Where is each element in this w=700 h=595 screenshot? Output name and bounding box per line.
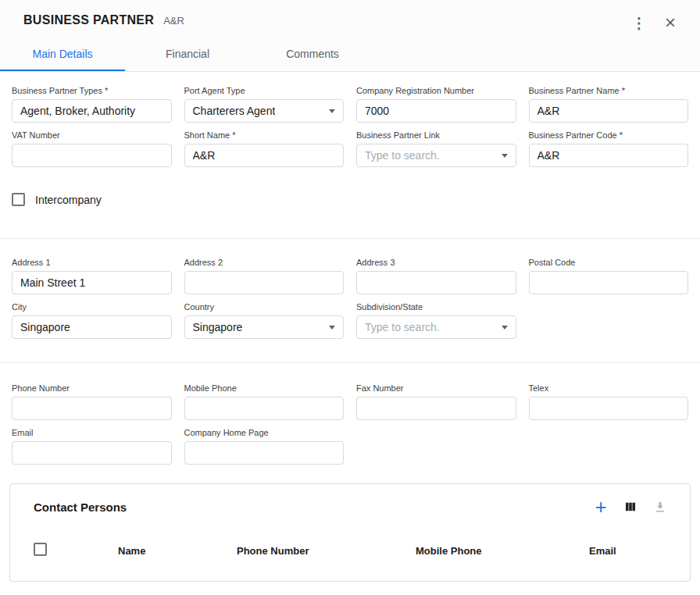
field-vat-number: VAT Number: [12, 130, 172, 167]
field-address-2: Address 2: [184, 258, 345, 294]
field-label: Address 2: [184, 258, 345, 267]
dialog-header: BUSINESS PARTNER A&R ⋮ × Main Details Fi…: [0, 0, 700, 72]
mobile-phone-input[interactable]: [184, 397, 345, 420]
country-select[interactable]: Singapore: [184, 315, 345, 339]
business-partner-link-select[interactable]: Type to search.: [356, 144, 516, 167]
short-name-input[interactable]: [184, 144, 345, 167]
field-label: Phone Number: [12, 383, 172, 393]
field-label: Business Partner Link: [356, 130, 516, 140]
tab-bar: Main Details Financial Comments: [0, 38, 700, 71]
field-city: City: [12, 302, 172, 339]
close-icon[interactable]: ×: [661, 13, 680, 32]
select-value: Singapore: [193, 321, 243, 333]
company-home-page-input[interactable]: [184, 441, 345, 465]
fax-number-input[interactable]: [356, 397, 516, 420]
field-address-1: Address 1: [12, 258, 172, 294]
add-contact-button[interactable]: +: [591, 497, 610, 516]
subdivision-state-select[interactable]: Type to search.: [356, 315, 516, 339]
field-label: Company Registration Number: [356, 86, 516, 95]
field-label: Mobile Phone: [184, 383, 345, 393]
field-short-name: Short Name *: [184, 130, 345, 167]
column-header-email: Email: [589, 545, 690, 557]
email-input[interactable]: [12, 441, 172, 465]
company-registration-number-input[interactable]: [356, 99, 516, 123]
chevron-down-icon: [329, 109, 335, 113]
field-email: Email: [12, 428, 172, 465]
form-row: Email Company Home Page: [12, 428, 688, 465]
field-subdivision-state: Subdivision/State Type to search.: [356, 302, 516, 339]
field-label: Business Partner Types *: [12, 86, 172, 95]
select-all-checkbox[interactable]: [34, 543, 47, 556]
field-business-partner-link: Business Partner Link Type to search.: [356, 130, 516, 167]
download-icon: [653, 500, 667, 514]
city-input[interactable]: [12, 315, 172, 339]
select-value: Charterers Agent: [193, 105, 276, 117]
intercompany-checkbox-row[interactable]: Intercompany: [12, 193, 688, 206]
chevron-down-icon: [502, 154, 508, 158]
page-subtitle: A&R: [163, 15, 184, 27]
tab-main-details[interactable]: Main Details: [0, 38, 125, 71]
main-details-form: Business Partner Types * Port Agent Type…: [0, 72, 700, 465]
column-header-name: Name: [118, 545, 237, 557]
field-port-agent-type: Port Agent Type Charterers Agent: [184, 86, 345, 123]
postal-code-input[interactable]: [529, 271, 689, 294]
field-mobile-phone: Mobile Phone: [184, 383, 345, 420]
field-address-3: Address 3: [356, 258, 516, 294]
column-header-mobile-phone: Mobile Phone: [416, 545, 589, 557]
field-label: Subdivision/State: [356, 302, 516, 312]
field-label: VAT Number: [12, 130, 172, 140]
section-divider: [0, 238, 700, 239]
column-header-phone-number: Phone Number: [237, 545, 416, 557]
form-row: Address 1 Address 2 Address 3 Postal Cod…: [12, 258, 688, 294]
field-label: Short Name *: [184, 130, 345, 140]
view-columns-icon: [623, 500, 638, 514]
field-label: Postal Code: [529, 258, 689, 267]
business-partner-types-input[interactable]: [12, 99, 172, 123]
address-2-input[interactable]: [184, 271, 345, 294]
form-row: City Country Singapore Subdivision/State…: [12, 302, 688, 339]
field-business-partner-code: Business Partner Code *: [529, 130, 689, 167]
field-label: Email: [12, 428, 172, 437]
field-postal-code: Postal Code: [529, 258, 689, 294]
contact-persons-title: Contact Persons: [34, 501, 127, 514]
field-label: Business Partner Name *: [529, 86, 689, 95]
download-button[interactable]: [651, 497, 670, 516]
address-3-input[interactable]: [356, 271, 516, 294]
field-business-partner-name: Business Partner Name *: [529, 86, 689, 123]
field-company-registration-number: Company Registration Number: [356, 86, 516, 123]
select-placeholder: Type to search.: [365, 149, 440, 162]
business-partner-code-input[interactable]: [529, 144, 689, 167]
form-row: Business Partner Types * Port Agent Type…: [12, 86, 688, 123]
field-label: City: [12, 302, 172, 312]
form-row: Phone Number Mobile Phone Fax Number Tel…: [12, 383, 688, 420]
field-label: Port Agent Type: [184, 86, 345, 95]
field-label: Company Home Page: [184, 428, 345, 437]
kebab-menu-icon[interactable]: ⋮: [630, 13, 648, 32]
contact-persons-card: Contact Persons + Name Phone Number Mobi…: [9, 483, 691, 582]
intercompany-label: Intercompany: [35, 194, 102, 206]
contact-persons-table-header: Name Phone Number Mobile Phone Email: [10, 535, 690, 566]
select-placeholder: Type to search.: [365, 321, 440, 333]
tab-financial[interactable]: Financial: [125, 38, 250, 71]
business-partner-name-input[interactable]: [529, 99, 689, 123]
chevron-down-icon: [329, 326, 335, 330]
field-label: Telex: [529, 383, 689, 393]
field-label: Country: [184, 302, 345, 312]
columns-button[interactable]: [621, 497, 640, 516]
port-agent-type-select[interactable]: Charterers Agent: [184, 99, 345, 123]
plus-icon: +: [595, 497, 606, 517]
field-telex: Telex: [529, 383, 689, 420]
phone-number-input[interactable]: [12, 397, 172, 420]
field-label: Address 3: [356, 258, 516, 267]
tab-comments[interactable]: Comments: [250, 38, 375, 71]
intercompany-checkbox[interactable]: [12, 193, 25, 206]
select-all-cell: [34, 543, 118, 558]
form-row: VAT Number Short Name * Business Partner…: [12, 130, 688, 167]
section-divider: [0, 362, 700, 363]
address-1-input[interactable]: [12, 271, 172, 294]
field-label: Fax Number: [356, 383, 516, 393]
field-phone-number: Phone Number: [12, 383, 172, 420]
field-company-home-page: Company Home Page: [184, 428, 345, 465]
telex-input[interactable]: [529, 397, 689, 420]
vat-number-input[interactable]: [12, 144, 172, 167]
